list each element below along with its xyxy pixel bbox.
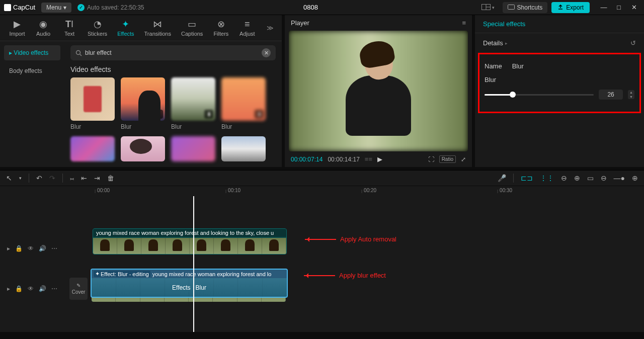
effect-clip[interactable]: ✦Effect: Blur - editing young mixed race… xyxy=(91,269,288,298)
search-icon xyxy=(75,50,82,56)
effect-item[interactable]: ⬇Blur xyxy=(121,77,165,130)
download-icon[interactable]: ⬇ xyxy=(154,110,163,119)
effect-item[interactable] xyxy=(221,136,266,161)
reset-icon[interactable]: ↺ xyxy=(630,39,636,47)
project-title[interactable]: 0808 xyxy=(144,4,477,11)
track-settings-icon[interactable]: ▸ xyxy=(7,285,10,292)
chevron-down-icon: ▾ xyxy=(63,4,66,11)
track-more-icon[interactable]: ⋯ xyxy=(51,285,57,292)
tool-tabs-more[interactable]: ≫ xyxy=(265,22,276,34)
lock-icon[interactable]: 🔒 xyxy=(15,245,23,252)
slider-thumb[interactable] xyxy=(510,92,516,98)
blur-slider[interactable] xyxy=(485,94,594,96)
import-icon: ▶ xyxy=(14,19,21,29)
mute-icon[interactable]: 🔊 xyxy=(39,285,46,292)
effect-item[interactable] xyxy=(171,136,215,161)
zoom-out-icon[interactable]: ⊖ xyxy=(601,174,607,182)
tab-effects[interactable]: ✦Effects xyxy=(114,18,137,38)
split-button[interactable]: ⟗ xyxy=(70,174,74,182)
cursor-dropdown[interactable]: ▾ xyxy=(19,176,22,181)
properties-tab[interactable]: Special effects xyxy=(475,15,644,33)
download-icon[interactable]: ⬇ xyxy=(204,110,213,119)
fullscreen-focus-icon[interactable]: ⛶ xyxy=(428,156,434,163)
sidebar-video-effects[interactable]: Video effects xyxy=(4,45,60,60)
sidebar-body-effects[interactable]: Body effects xyxy=(4,63,60,78)
video-clip-top[interactable]: young mixed race woman exploring forest … xyxy=(93,228,287,255)
magnet-icon[interactable]: ⊏⊐ xyxy=(521,174,533,182)
search-input[interactable] xyxy=(85,49,259,56)
ratio-button[interactable]: Ratio xyxy=(439,155,456,163)
effect-overlay-effects: Effects xyxy=(172,284,190,291)
player-menu-icon[interactable]: ≡ xyxy=(462,19,466,27)
track-settings-icon[interactable]: ▸ xyxy=(7,245,10,252)
time-current: 00:00:07:14 xyxy=(291,156,323,163)
minimize-button[interactable]: — xyxy=(598,4,610,11)
eye-icon[interactable]: 👁 xyxy=(28,285,34,292)
stepper-up-icon[interactable]: ▲ xyxy=(628,90,634,95)
trim-right-button[interactable]: ⇥ xyxy=(94,174,100,182)
timeline-toolbar: ↖ ▾ ↶ ↷ ⟗ ⇤ ⇥ 🗑 🎤 ⊏⊐ ⋮⋮ ⊖ ⊕ ▭ ⊖ —● ⊕ xyxy=(0,171,644,186)
undo-button[interactable]: ↶ xyxy=(36,174,42,182)
tab-captions[interactable]: ▭Captions xyxy=(178,18,206,38)
close-button[interactable]: ✕ xyxy=(628,4,640,11)
blur-stepper[interactable]: ▲▼ xyxy=(628,90,634,99)
check-icon: ✓ xyxy=(77,4,85,11)
tab-transitions[interactable]: ⋈Transitions xyxy=(141,18,174,38)
tab-import[interactable]: ▶Import xyxy=(6,18,28,38)
cover-button[interactable]: ✎ Cover xyxy=(69,278,88,300)
tab-text[interactable]: TIText xyxy=(58,18,80,38)
tab-adjust[interactable]: ≡Adjust xyxy=(236,18,258,38)
timeline: ↖ ▾ ↶ ↷ ⟗ ⇤ ⇥ 🗑 🎤 ⊏⊐ ⋮⋮ ⊖ ⊕ ▭ ⊖ —● ⊕ 00:… xyxy=(0,170,644,332)
layout-button[interactable]: ▾ xyxy=(477,2,499,13)
blur-value[interactable]: 26 xyxy=(599,90,623,100)
trim-left-button[interactable]: ⇤ xyxy=(81,174,87,182)
shortcuts-button[interactable]: Shortcuts xyxy=(503,2,548,13)
effect-item[interactable] xyxy=(70,136,115,161)
lock-icon[interactable]: 🔒 xyxy=(15,285,23,292)
search-box[interactable]: ✕ xyxy=(70,45,276,60)
link-icon[interactable]: ⋮⋮ xyxy=(540,174,554,182)
delete-button[interactable]: 🗑 xyxy=(107,174,114,182)
player-subject xyxy=(343,45,414,141)
download-icon[interactable]: ⬇ xyxy=(255,110,264,119)
eye-icon[interactable]: 👁 xyxy=(28,245,34,252)
effect-item[interactable]: ⬇Blur xyxy=(221,77,266,130)
player-header: Player ≡ xyxy=(285,15,472,31)
chain-icon[interactable]: ⊖ xyxy=(561,174,567,182)
play-button[interactable]: ▶ xyxy=(377,155,382,163)
cursor-tool[interactable]: ↖ xyxy=(6,174,12,182)
chevron-right-icon: ▸ xyxy=(505,41,508,46)
zoom-in-icon[interactable]: ⊕ xyxy=(632,174,638,182)
search-clear[interactable]: ✕ xyxy=(262,48,271,57)
player-viewport[interactable] xyxy=(289,31,468,151)
maximize-button[interactable]: □ xyxy=(613,4,625,11)
effects-area: ✕ Video effects Blur ⬇Blur ⬇Blur ⬇Blur xyxy=(64,41,282,167)
mic-icon[interactable]: 🎤 xyxy=(498,174,506,182)
expand-icon[interactable]: ⤢ xyxy=(461,156,466,163)
menu-button[interactable]: Menu ▾ xyxy=(41,3,71,13)
zoom-slider[interactable]: —● xyxy=(614,174,625,182)
effect-item[interactable]: ⬇Blur xyxy=(171,77,215,130)
mute-icon[interactable]: 🔊 xyxy=(39,245,46,252)
track-more-icon[interactable]: ⋯ xyxy=(51,245,57,252)
effect-item[interactable]: Blur xyxy=(70,77,115,130)
properties-panel: Special effects Details ▸ ↺ Name Blur Bl… xyxy=(475,15,644,167)
stickers-icon: ◔ xyxy=(94,19,102,29)
tab-stickers[interactable]: ◔Stickers xyxy=(85,18,110,38)
redo-button[interactable]: ↷ xyxy=(49,174,55,182)
export-button[interactable]: Export xyxy=(551,2,590,13)
playhead[interactable] xyxy=(193,196,194,332)
annotation-auto-removal: Apply Auto removal xyxy=(305,235,396,243)
volume-icon[interactable]: ≡≡ xyxy=(365,155,372,163)
captions-icon: ▭ xyxy=(188,19,196,29)
tab-filters[interactable]: ⊗Filters xyxy=(210,18,232,38)
tracks-area[interactable]: ▸ 🔒 👁 🔊 ⋯ young mixed race woman explori… xyxy=(0,196,644,332)
effect-item[interactable] xyxy=(121,136,165,161)
align-icon[interactable]: ⊕ xyxy=(574,174,580,182)
tab-audio[interactable]: ◉Audio xyxy=(32,18,54,38)
effect-name-row: Name Blur xyxy=(485,59,634,73)
stepper-down-icon[interactable]: ▼ xyxy=(628,95,634,99)
preview-icon[interactable]: ▭ xyxy=(587,174,594,182)
pencil-icon: ✎ xyxy=(76,283,80,288)
timeline-ruler[interactable]: 00:00 00:10 00:20 00:30 xyxy=(91,186,644,196)
